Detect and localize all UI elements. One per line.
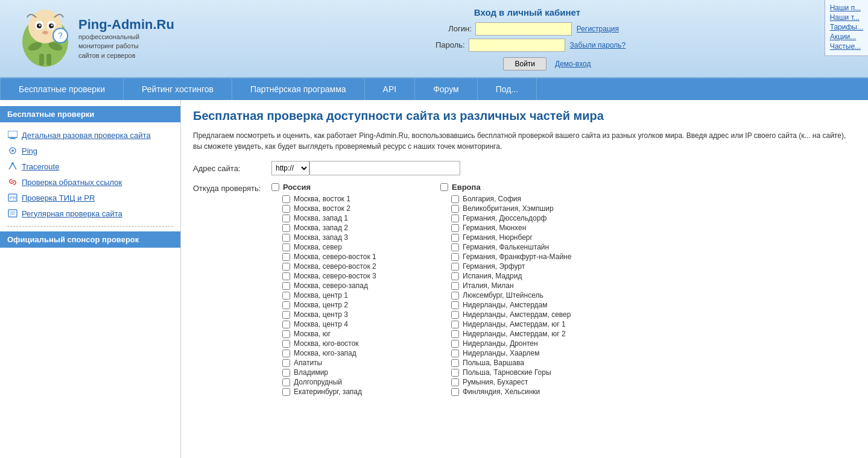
cb-moskva-yug[interactable] <box>282 330 290 338</box>
cb-moskva-sv1[interactable] <box>282 253 290 261</box>
cb-nl-amsterdam[interactable] <box>451 301 459 309</box>
europe-group: Европа Болгария, София Великобритания, Х… <box>440 183 585 397</box>
cb-moskva-sv2[interactable] <box>282 263 290 271</box>
link-detailed[interactable]: Детальная разовая проверка сайта <box>22 131 151 140</box>
top-link-5[interactable]: Частые... <box>830 42 863 51</box>
register-link[interactable]: Регистрация <box>577 25 619 33</box>
url-input[interactable] <box>309 161 460 175</box>
cb-moskva-centr4[interactable] <box>282 321 290 328</box>
link-tic[interactable]: Проверка ТИЦ и PR <box>22 193 95 202</box>
top-link-3[interactable]: Тарифы... <box>830 23 863 31</box>
cb-moskva-centr3[interactable] <box>282 311 290 319</box>
cb-de-dusseldorf[interactable] <box>451 215 459 222</box>
sidebar-item-regular[interactable]: Регулярная проверка сайта <box>0 205 180 221</box>
cb-moskva-zapad2[interactable] <box>282 224 290 232</box>
cb-nl-amsterdam-north[interactable] <box>451 311 459 319</box>
nav-partner-program[interactable]: Партнёрская программа <box>232 78 365 100</box>
cb-uk[interactable] <box>451 205 459 213</box>
nav-more[interactable]: Под... <box>478 78 537 100</box>
traceroute-icon <box>7 161 18 172</box>
cb-moskva-zapad3[interactable] <box>282 234 290 242</box>
sidebar-item-backlinks[interactable]: Проверка обратных ссылок <box>0 174 180 190</box>
login-input[interactable] <box>475 22 572 36</box>
cb-apatity[interactable] <box>282 359 290 367</box>
top-link-1[interactable]: Наши п... <box>830 4 863 12</box>
russia-group-checkbox[interactable] <box>271 183 279 191</box>
location-item: Нидерланды, Амстердам, север <box>440 310 585 319</box>
location-item: Германия, Франкфурт-на-Майне <box>440 252 585 262</box>
location-item: Владимир <box>271 368 416 377</box>
cb-de-erfurt[interactable] <box>451 263 459 271</box>
cb-luxembourg[interactable] <box>451 292 459 300</box>
cb-romania[interactable] <box>451 378 459 386</box>
cb-vladimir[interactable] <box>282 369 290 377</box>
label-moskva-zapad1: Москва, запад 1 <box>294 214 348 222</box>
monitor-icon <box>7 130 18 140</box>
label-vladimir: Владимир <box>294 368 328 377</box>
top-link-2[interactable]: Наши т... <box>830 13 863 22</box>
cb-de-nuremberg[interactable] <box>451 234 459 242</box>
location-item: Финляндия, Хельсинки <box>440 387 585 397</box>
label-ekaterinburg: Екатеринбург, запад <box>294 387 362 396</box>
cb-moskva-centr1[interactable] <box>282 292 290 300</box>
cb-poland-tarnow[interactable] <box>451 369 459 377</box>
login-button[interactable]: Войти <box>503 57 546 71</box>
location-item: Москва, северо-запад <box>271 281 416 290</box>
demo-link[interactable]: Демо-вход <box>555 60 591 68</box>
cb-moskva-yv[interactable] <box>282 340 290 348</box>
cb-ekaterinburg[interactable] <box>282 388 290 396</box>
location-item: Нидерланды, Дронтен <box>440 339 585 348</box>
cb-moskva-sz[interactable] <box>282 282 290 290</box>
sidebar-item-traceroute[interactable]: Traceroute <box>0 158 180 174</box>
nav-api[interactable]: API <box>365 78 416 100</box>
link-ping[interactable]: Ping <box>22 146 37 155</box>
location-item: Москва, центр 4 <box>271 319 416 329</box>
nav-hosting-rating[interactable]: Рейтинг хостингов <box>124 78 232 100</box>
address-form-row: Адрес сайта: http:// https:// <box>193 161 856 175</box>
svg-rect-23 <box>8 210 17 217</box>
cb-moskva-sever[interactable] <box>282 243 290 251</box>
cb-de-frankfurt[interactable] <box>451 253 459 261</box>
logo-area: ? Ping-Admin.Ru профессиональныймонитори… <box>0 5 186 72</box>
cb-italy[interactable] <box>451 282 459 290</box>
login-area: Вход в личный кабинет Логин: Регистрация… <box>186 7 868 71</box>
link-backlinks[interactable]: Проверка обратных ссылок <box>22 178 122 187</box>
cb-moskva-vostok1[interactable] <box>282 195 290 203</box>
sidebar-item-tic[interactable]: PR Проверка ТИЦ и PR <box>0 190 180 205</box>
sidebar-item-ping[interactable]: Ping <box>0 143 180 158</box>
link-traceroute[interactable]: Traceroute <box>22 162 59 171</box>
cb-moskva-sv3[interactable] <box>282 272 290 280</box>
label-moskva-yz: Москва, юго-запад <box>294 349 356 357</box>
cb-bulgaria[interactable] <box>451 195 459 203</box>
label-moskva-vostok1: Москва, восток 1 <box>294 195 350 203</box>
cb-nl-dronten[interactable] <box>451 340 459 348</box>
protocol-select[interactable]: http:// https:// <box>271 161 309 175</box>
cb-moskva-yz[interactable] <box>282 350 290 357</box>
cb-moskva-zapad1[interactable] <box>282 215 290 222</box>
top-link-4[interactable]: Акции... <box>830 33 863 41</box>
nav-forum[interactable]: Форум <box>415 78 478 100</box>
cb-finland[interactable] <box>451 388 459 396</box>
sidebar-item-detailed[interactable]: Детальная разовая проверка сайта <box>0 127 180 143</box>
cb-nl-haarlem[interactable] <box>451 350 459 357</box>
password-input[interactable] <box>469 39 565 52</box>
cb-moskva-vostok2[interactable] <box>282 205 290 213</box>
label-nl-amsterdam: Нидерланды, Амстердам <box>463 301 548 309</box>
cb-nl-amsterdam-s1[interactable] <box>451 321 459 328</box>
cb-moskva-centr2[interactable] <box>282 301 290 309</box>
location-item: Москва, запад 1 <box>271 213 416 223</box>
label-spain: Испания, Мадрид <box>463 272 522 280</box>
from-label: Откуда проверять: <box>193 183 271 193</box>
cb-de-falkenstein[interactable] <box>451 243 459 251</box>
cb-spain[interactable] <box>451 272 459 280</box>
nav-free-checks[interactable]: Бесплатные проверки <box>0 78 124 100</box>
pr-icon: PR <box>7 192 18 203</box>
forgot-link[interactable]: Забыли пароль? <box>570 41 626 49</box>
cb-nl-amsterdam-s2[interactable] <box>451 330 459 338</box>
cb-dolgoprudny[interactable] <box>282 378 290 386</box>
cb-poland-warsaw[interactable] <box>451 359 459 367</box>
link-regular[interactable]: Регулярная проверка сайта <box>22 209 122 218</box>
password-label: Пароль: <box>429 40 465 49</box>
cb-de-munchen[interactable] <box>451 224 459 232</box>
europe-group-checkbox[interactable] <box>440 183 448 191</box>
